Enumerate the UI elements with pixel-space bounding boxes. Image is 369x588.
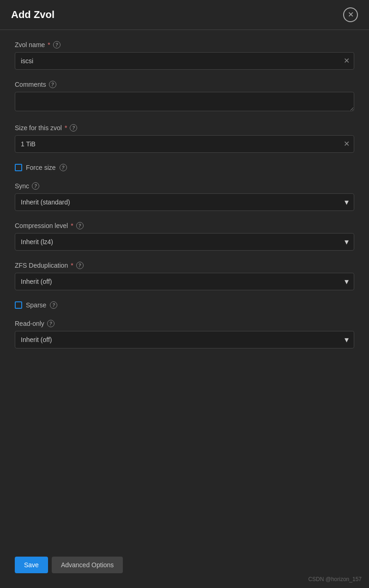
- sparse-help-icon[interactable]: ?: [50, 301, 57, 309]
- comments-label: Comments ?: [15, 81, 354, 88]
- sync-select-wrapper: Inherit (standard) Standard Always Disab…: [15, 193, 354, 211]
- sync-group: Sync ? Inherit (standard) Standard Alway…: [15, 182, 354, 211]
- sparse-checkbox[interactable]: [15, 301, 22, 309]
- size-input-wrapper: ✕: [15, 135, 354, 153]
- zvol-name-clear-button[interactable]: ✕: [344, 57, 350, 65]
- zvol-name-label: Zvol name * ?: [15, 41, 354, 48]
- force-size-checkbox[interactable]: [15, 164, 22, 171]
- force-size-group: Force size ?: [15, 164, 354, 171]
- sparse-group: Sparse ?: [15, 301, 354, 309]
- force-size-label: Force size: [26, 164, 56, 171]
- zvol-name-group: Zvol name * ? ✕: [15, 41, 354, 70]
- force-size-checkbox-wrapper[interactable]: Force size ?: [15, 164, 354, 171]
- save-button[interactable]: Save: [15, 557, 48, 573]
- compression-select-wrapper: Inherit (lz4) Off lz4 gzip zle lzjb ▾: [15, 233, 354, 251]
- sparse-checkbox-wrapper[interactable]: Sparse ?: [15, 301, 354, 309]
- readonly-help-icon[interactable]: ?: [47, 320, 54, 327]
- readonly-label: Read-only ?: [15, 320, 354, 327]
- zvol-name-input-wrapper: ✕: [15, 52, 354, 70]
- size-help-icon[interactable]: ?: [70, 124, 77, 132]
- compression-help-icon[interactable]: ?: [76, 222, 84, 229]
- dialog-body: Zvol name * ? ✕ Comments ? Size for this…: [0, 30, 369, 549]
- dialog-header: Add Zvol ✕: [0, 0, 369, 30]
- sync-label: Sync ?: [15, 182, 354, 190]
- close-button[interactable]: ✕: [343, 7, 358, 22]
- sync-help-icon[interactable]: ?: [32, 182, 39, 190]
- comments-help-icon[interactable]: ?: [49, 81, 56, 88]
- advanced-options-button[interactable]: Advanced Options: [52, 557, 123, 573]
- readonly-select[interactable]: Inherit (off) On Off: [15, 331, 354, 348]
- zvol-name-input[interactable]: [15, 52, 354, 70]
- compression-group: Compression level * ? Inherit (lz4) Off …: [15, 222, 354, 251]
- dedup-help-icon[interactable]: ?: [76, 262, 84, 269]
- dedup-group: ZFS Deduplication * ? Inherit (off) On O…: [15, 262, 354, 290]
- size-group: Size for this zvol * ? ✕: [15, 124, 354, 153]
- size-label: Size for this zvol * ?: [15, 124, 354, 132]
- dedup-select-wrapper: Inherit (off) On Off Verify ▾: [15, 273, 354, 290]
- add-zvol-dialog: Add Zvol ✕ Zvol name * ? ✕ Comments ?: [0, 0, 369, 588]
- size-clear-button[interactable]: ✕: [344, 140, 350, 148]
- zvol-name-help-icon[interactable]: ?: [53, 41, 60, 48]
- dialog-title: Add Zvol: [11, 9, 54, 21]
- size-input[interactable]: [15, 135, 354, 153]
- comments-group: Comments ?: [15, 81, 354, 113]
- sparse-label: Sparse: [26, 301, 46, 309]
- watermark: CSDN @horizon_157: [308, 576, 362, 582]
- dedup-label: ZFS Deduplication * ?: [15, 262, 354, 269]
- comments-input[interactable]: [15, 92, 354, 111]
- sync-select[interactable]: Inherit (standard) Standard Always Disab…: [15, 193, 354, 211]
- readonly-group: Read-only ? Inherit (off) On Off ▾: [15, 320, 354, 348]
- compression-label: Compression level * ?: [15, 222, 354, 229]
- force-size-help-icon[interactable]: ?: [60, 164, 67, 171]
- readonly-select-wrapper: Inherit (off) On Off ▾: [15, 331, 354, 348]
- dedup-select[interactable]: Inherit (off) On Off Verify: [15, 273, 354, 290]
- compression-select[interactable]: Inherit (lz4) Off lz4 gzip zle lzjb: [15, 233, 354, 251]
